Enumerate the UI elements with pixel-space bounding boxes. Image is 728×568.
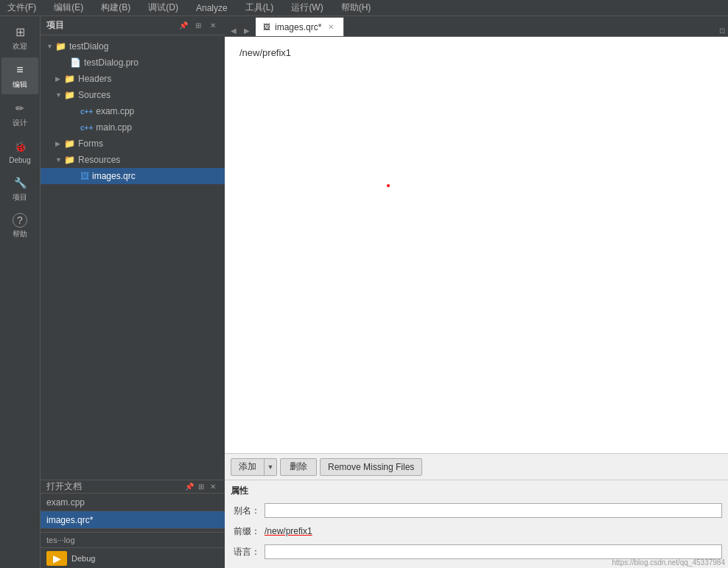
tree-item-headers[interactable]: ▶ 📁 Headers <box>41 71 225 87</box>
bottom-section: 添加 ▼ 删除 Remove Missing Files 属性 别名： <box>225 453 728 568</box>
tree-item-testdialog[interactable]: ▼ 📁 testDialog <box>41 38 225 55</box>
tree-label-headers: Headers <box>78 74 111 84</box>
tab-icon: 🖼 <box>263 23 270 31</box>
prefix-value: /new/prefix1 <box>265 526 312 536</box>
open-doc-examcpp[interactable]: exam.cpp <box>41 494 225 511</box>
project-pin-icon[interactable]: 📌 <box>178 20 189 32</box>
menu-build[interactable]: 构建(B) <box>97 0 135 15</box>
lang-label: 语言： <box>231 546 260 558</box>
arrow-sources: ▼ <box>55 91 64 99</box>
properties-title: 属性 <box>231 485 722 497</box>
tree-item-forms[interactable]: ▶ 📁 Forms <box>41 136 225 152</box>
cpp-main-icon: c++ <box>80 124 93 132</box>
add-button[interactable]: 添加 <box>231 459 265 475</box>
tree-item-examcpp[interactable]: c++ exam.cpp <box>41 103 225 119</box>
project-panel: 项目 📌 ⊞ ✕ ▼ 📁 testDialog <box>41 16 225 480</box>
open-docs-pin-icon[interactable]: 📌 <box>183 481 195 493</box>
forms-icon: 📁 <box>64 139 75 149</box>
resources-icon: 📁 <box>64 155 75 165</box>
menu-run[interactable]: 运行(W) <box>287 0 327 15</box>
open-doc-imagesqrc-label: images.qrc* <box>46 515 93 525</box>
sidebar-edit-label: 编辑 <box>13 80 27 90</box>
watermark-text: https://blog.csdn.net/qq_45337984 <box>612 558 725 567</box>
open-doc-examcpp-label: exam.cpp <box>46 497 85 508</box>
red-dot-marker <box>387 184 390 187</box>
help-icon: ? <box>13 213 27 228</box>
open-doc-imagesqrc[interactable]: images.qrc* <box>41 511 225 529</box>
tree-item-sources[interactable]: ▼ 📁 Sources <box>41 87 225 103</box>
open-docs-close-icon[interactable]: ✕ <box>207 481 219 493</box>
project-split-icon[interactable]: ⊞ <box>192 20 204 32</box>
debug-run-icon[interactable]: ▶ <box>46 551 67 566</box>
debug-label: Debug <box>71 554 95 563</box>
headers-icon: 📁 <box>64 74 75 84</box>
tree-label-testdialog: testDialog <box>69 41 108 52</box>
menu-debug[interactable]: 调试(D) <box>144 0 183 15</box>
test-log-label[interactable]: tes···log <box>46 536 75 544</box>
tree-label-forms: Forms <box>78 139 103 149</box>
arrow-resources: ▼ <box>55 156 64 164</box>
design-icon: ✏ <box>12 100 28 116</box>
tab-float-icon[interactable]: ⊡ <box>716 24 728 36</box>
tab-nav-forward[interactable]: ▶ <box>241 24 253 36</box>
menu-help[interactable]: 帮助(H) <box>337 0 376 15</box>
menu-file[interactable]: 文件(F) <box>3 0 41 15</box>
add-button-group[interactable]: 添加 ▼ <box>231 458 277 476</box>
tab-close-icon[interactable]: ✕ <box>326 22 336 32</box>
lang-input[interactable] <box>265 544 722 559</box>
sidebar: ⊞ 欢迎 ≡ 编辑 ✏ 设计 🐞 Debug 🔧 项目 ? 帮助 <box>0 16 41 568</box>
tree-item-imagesqrc[interactable]: 🖼 images.qrc <box>41 168 225 184</box>
prefix-row: 前缀： /new/prefix1 <box>231 522 722 540</box>
project-panel-header: 项目 📌 ⊞ ✕ <box>41 16 225 35</box>
tree-label-examcpp: exam.cpp <box>96 106 134 116</box>
editor-area: /new/prefix1 <box>225 37 728 453</box>
properties-section: 属性 别名： 前缀： /new/prefix1 语言： <box>225 480 728 568</box>
sidebar-item-project[interactable]: 🔧 项目 <box>1 170 38 207</box>
project-icon: 🔧 <box>12 175 28 191</box>
open-docs-split-icon[interactable]: ⊞ <box>195 481 207 493</box>
sidebar-project-label: 项目 <box>13 192 27 203</box>
alias-row: 别名： <box>231 502 722 519</box>
sidebar-design-label: 设计 <box>13 118 27 128</box>
sidebar-debug-label: Debug <box>9 156 30 164</box>
folder-icon: 📁 <box>55 41 66 52</box>
tree-item-resources[interactable]: ▼ 📁 Resources <box>41 152 225 168</box>
project-close-icon[interactable]: ✕ <box>207 20 219 32</box>
open-docs-panel: 打开文档 📌 ⊞ ✕ exam.cpp images.qrc* <box>41 480 225 568</box>
sidebar-item-edit[interactable]: ≡ 编辑 <box>1 57 38 94</box>
project-tree: ▼ 📁 testDialog 📄 testDialog.pro ▶ <box>41 35 225 480</box>
sidebar-help-label: 帮助 <box>13 229 27 239</box>
debug-icon: 🐞 <box>12 139 28 155</box>
alias-input[interactable] <box>265 503 722 518</box>
add-dropdown-arrow[interactable]: ▼ <box>265 459 276 475</box>
tab-label: images.qrc* <box>275 22 321 32</box>
tab-nav-back[interactable]: ◀ <box>228 24 239 36</box>
edit-icon: ≡ <box>12 62 28 78</box>
project-panel-title: 项目 <box>46 19 175 32</box>
tree-label-testdialogpro: testDialog.pro <box>84 57 139 68</box>
welcome-icon: ⊞ <box>12 24 28 40</box>
tree-label-imagesqrc: images.qrc <box>92 171 136 181</box>
tree-label-sources: Sources <box>78 90 111 100</box>
arrow-forms: ▶ <box>55 140 64 147</box>
open-docs-header: 打开文档 📌 ⊞ ✕ <box>41 480 225 494</box>
delete-button[interactable]: 删除 <box>280 458 317 476</box>
remove-missing-button[interactable]: Remove Missing Files <box>320 458 422 476</box>
tree-item-testdialogpro[interactable]: 📄 testDialog.pro <box>41 55 225 71</box>
sources-icon: 📁 <box>64 90 75 100</box>
cpp-file-icon: c++ <box>80 108 93 116</box>
prefix-label: 前缀： <box>231 525 260 538</box>
sidebar-item-help[interactable]: ? 帮助 <box>1 208 38 244</box>
tree-item-maincpp[interactable]: c++ main.cpp <box>41 119 225 136</box>
sidebar-item-welcome[interactable]: ⊞ 欢迎 <box>1 19 38 56</box>
sidebar-item-design[interactable]: ✏ 设计 <box>1 96 38 133</box>
bottom-toolbar: 添加 ▼ 删除 Remove Missing Files <box>225 454 728 480</box>
menu-edit[interactable]: 编辑(E) <box>49 0 88 15</box>
editor-prefix-path: /new/prefix1 <box>239 47 291 58</box>
qrc-file-icon: 🖼 <box>80 171 89 181</box>
menu-analyze[interactable]: Analyze <box>192 1 232 15</box>
sidebar-item-debug[interactable]: 🐞 Debug <box>1 134 38 169</box>
tab-bar: ◀ ▶ 🖼 images.qrc* ✕ ⊡ <box>225 16 728 37</box>
tab-imagesqrc[interactable]: 🖼 images.qrc* ✕ <box>256 17 344 36</box>
menu-tools[interactable]: 工具(L) <box>241 0 279 15</box>
